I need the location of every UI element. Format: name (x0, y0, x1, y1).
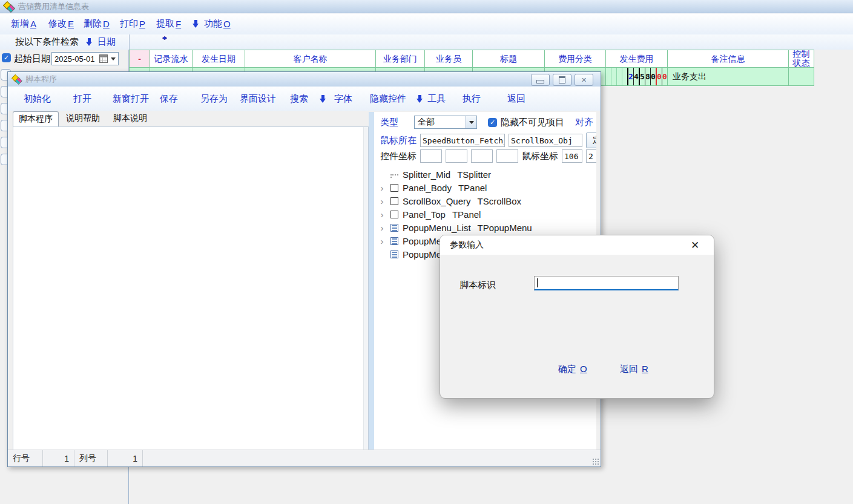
filter-separator (129, 34, 130, 50)
script-editor[interactable] (13, 126, 369, 450)
toolbar-save-button[interactable]: 保存 (160, 87, 178, 111)
column-header-date[interactable]: 发生日期 (193, 50, 245, 68)
dialog-ok-button[interactable]: 确定O (558, 364, 587, 375)
resize-grip[interactable] (592, 458, 599, 465)
dialog-titlebar[interactable]: 参数输入 (440, 235, 714, 255)
query-checkbox-strip (0, 67, 7, 175)
column-header-fee-category[interactable]: 费用分类 (545, 50, 606, 68)
dialog-close-button[interactable] (686, 238, 704, 252)
chevron-right-icon[interactable]: › (378, 223, 386, 233)
toolbar-tools-dropdown[interactable] (417, 87, 423, 111)
menu-edit-button[interactable]: 修改E (48, 13, 74, 34)
column-header-select[interactable]: - (129, 50, 150, 68)
start-date-value: 2025-05-01 (54, 54, 97, 64)
mouse-y-field[interactable]: 2 (586, 149, 596, 163)
start-date-picker[interactable]: 2025-05-01 (51, 52, 119, 65)
control-coord-x2-field[interactable] (471, 149, 493, 163)
select-arrow-icon[interactable] (466, 116, 476, 128)
chevron-right-icon[interactable]: › (378, 196, 386, 206)
toolbar-tools-button[interactable]: 工具 (427, 87, 446, 111)
col-number-value: 1 (108, 450, 143, 466)
script-toolbar: 初始化 打开 新窗打开 保存 另存为 界面设计 搜索 字体 隐藏控件 工具 执行… (8, 87, 601, 111)
menu-function-button[interactable]: 功能O (193, 13, 231, 34)
cell-status[interactable] (789, 68, 814, 86)
mouse-coord-label: 鼠标坐标 (522, 151, 558, 162)
window-controls (531, 74, 593, 86)
column-header-fee-amount[interactable]: 发生费用 (606, 50, 668, 68)
tree-item-popupmenu-list[interactable]: › PopupMenu_List TPopupMenu (378, 221, 594, 234)
toolbar-save-as-button[interactable]: 另存为 (200, 87, 228, 111)
column-header-record-no[interactable]: 记录流水 (150, 50, 193, 68)
toolbar-ui-design-button[interactable]: 界面设计 (240, 87, 276, 111)
restore-button[interactable] (553, 74, 571, 86)
param-input-dialog: 参数输入 脚本标识 确定O 返回R (440, 235, 714, 399)
splitter[interactable] (369, 112, 374, 450)
tree-item-panel-body[interactable]: › Panel_Body TPanel (378, 181, 594, 194)
row-number-label: 行号 (8, 450, 43, 466)
tree-item-panel-top[interactable]: › Panel_Top TPanel (378, 208, 594, 221)
toolbar-init-button[interactable]: 初始化 (24, 87, 51, 111)
script-window-titlebar[interactable]: 脚本程序 (8, 72, 601, 87)
tab-script[interactable]: 脚本程序 (13, 111, 59, 127)
control-coord-x1-field[interactable] (420, 149, 442, 163)
tab-script-desc[interactable]: 脚本说明 (107, 111, 153, 126)
control-coord-y2-field[interactable] (496, 149, 518, 163)
cell-fee-amount[interactable]: 2 4 5 8 0 0 0 (606, 68, 668, 86)
type-select[interactable]: 全部 (414, 116, 477, 129)
mouse-on-control-field[interactable]: SpeedButton_Fetch_I (420, 134, 505, 147)
script-window-title: 脚本程序 (25, 74, 57, 85)
locate-button[interactable]: 定位G (586, 133, 596, 148)
close-button[interactable] (575, 74, 593, 86)
inspector-type-row: 类型 全部 隐藏不可见项目 对齐 (380, 116, 593, 129)
menu-fetch-button[interactable]: 提取F (156, 13, 181, 34)
column-header-department[interactable]: 业务部门 (376, 50, 425, 68)
align-button[interactable]: 对齐 (575, 117, 593, 128)
search-condition-label[interactable]: 按以下条件检索 (15, 34, 79, 50)
minimize-button[interactable] (531, 74, 550, 86)
script-id-input[interactable] (535, 277, 678, 289)
toolbar-font-button[interactable]: 字体 (334, 87, 352, 111)
menu-print-button[interactable]: 打印P (120, 13, 145, 34)
tree-item-splitter-mid[interactable]: Splitter_Mid TSplitter (378, 168, 594, 181)
menu-add-button[interactable]: 新增A (11, 13, 36, 34)
toolbar-open-button[interactable]: 打开 (73, 87, 91, 111)
main-window-titlebar[interactable]: 营销费用清单信息表 (0, 0, 853, 13)
hide-invisible-checkbox[interactable] (488, 118, 497, 127)
column-header-title[interactable]: 标题 (473, 50, 545, 68)
date-dropdown-arrow-icon[interactable] (111, 57, 116, 63)
swap-columns-icon[interactable] (165, 38, 176, 46)
toolbar-hide-controls-button[interactable]: 隐藏控件 (370, 87, 406, 111)
toolbar-open-new-button[interactable]: 新窗打开 (113, 87, 149, 111)
chevron-right-icon[interactable]: › (378, 183, 386, 193)
tab-help[interactable]: 说明帮助 (60, 111, 106, 126)
hide-invisible-label: 隐藏不可见项目 (501, 117, 564, 128)
date-dropdown-button[interactable]: 日期 (86, 34, 116, 50)
cell-note[interactable]: 业务支出 (668, 68, 789, 86)
toolbar-search-button[interactable]: 搜索 (290, 87, 308, 111)
toolbar-return-button[interactable]: 返回 (507, 87, 525, 111)
restore-icon (559, 76, 565, 83)
chevron-right-icon[interactable]: › (378, 209, 386, 220)
start-date-checkbox[interactable] (2, 53, 11, 62)
column-header-customer[interactable]: 客户名称 (245, 50, 376, 68)
mouse-x-field[interactable]: 106 (562, 149, 582, 163)
toolbar-run-button[interactable]: 执行 (463, 87, 481, 111)
popup-menu-icon (390, 237, 398, 245)
mouse-on-parent-field[interactable]: ScrollBox_Obj (509, 134, 582, 147)
col-number-label: 列号 (74, 450, 108, 466)
control-coord-label: 控件坐标 (380, 151, 417, 162)
column-header-salesman[interactable]: 业务员 (425, 50, 473, 68)
chevron-right-icon[interactable]: › (378, 236, 386, 246)
dropdown-arrow-icon (193, 20, 199, 28)
column-header-note[interactable]: 备注信息 (668, 50, 789, 68)
panel-icon (390, 184, 398, 192)
editor-scrollbar[interactable] (363, 127, 368, 450)
tree-item-scrollbox-query[interactable]: › ScrollBox_Query TScrollBox (378, 194, 594, 208)
toolbar-search-dropdown[interactable] (320, 87, 326, 111)
filter-bar: 按以下条件检索 日期 (0, 34, 853, 50)
control-coord-y1-field[interactable] (446, 149, 467, 163)
column-header-status[interactable]: 控制状态 (789, 50, 814, 68)
calendar-icon[interactable] (99, 54, 108, 63)
menu-delete-button[interactable]: 删除D (84, 13, 110, 34)
dialog-cancel-button[interactable]: 返回R (620, 364, 648, 375)
